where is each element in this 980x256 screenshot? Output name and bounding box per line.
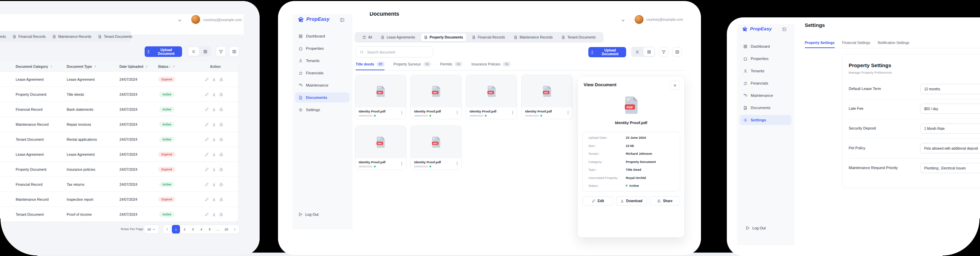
- sidebar-item-documents[interactable]: Documents: [740, 102, 791, 113]
- download-button[interactable]: [212, 77, 216, 82]
- sidebar-item-properties[interactable]: Properties: [295, 43, 350, 53]
- share-button[interactable]: [219, 152, 223, 157]
- sidebar-item-documents[interactable]: Documents: [295, 92, 350, 102]
- tab-lease-agreements[interactable]: Lease Agreements: [378, 34, 418, 41]
- share-button[interactable]: [219, 77, 223, 82]
- share-button[interactable]: [219, 122, 223, 126]
- edit-button[interactable]: [205, 182, 209, 186]
- upload-document-button[interactable]: Upload Document: [145, 46, 182, 57]
- page-button-5[interactable]: 5: [205, 225, 214, 234]
- share-button[interactable]: Share: [649, 196, 680, 206]
- sidebar-item-dashboard[interactable]: Dashboard: [740, 41, 791, 51]
- chevron-down-icon[interactable]: [177, 17, 182, 23]
- tab-maintenance-records[interactable]: Maintenance Records: [52, 35, 91, 38]
- download-button[interactable]: [212, 182, 216, 186]
- download-button[interactable]: [212, 138, 216, 141]
- subtab-permits[interactable]: Permits01: [440, 62, 463, 70]
- edit-button[interactable]: [205, 167, 209, 171]
- edit-button[interactable]: [205, 138, 209, 141]
- download-button[interactable]: Download: [616, 196, 646, 206]
- sidebar-item-maintenance[interactable]: Maintenance: [740, 90, 791, 101]
- sidebar-item-maintenance[interactable]: Maintenance: [295, 80, 350, 90]
- edit-button[interactable]: [205, 77, 209, 82]
- subtab-property-surveys[interactable]: Property Surveys01: [393, 62, 431, 70]
- file-card[interactable]: PDFIdentity Proof.pdf26/06/2024: [355, 125, 406, 170]
- rows-per-page-select[interactable]: 10: [144, 225, 159, 234]
- share-button[interactable]: [219, 92, 223, 96]
- tab-property-settings[interactable]: Property Settings: [805, 40, 835, 48]
- share-button[interactable]: [219, 212, 223, 216]
- sidebar-item-settings[interactable]: Settings: [740, 115, 791, 125]
- tab-financial-records[interactable]: Financial Records: [469, 34, 508, 41]
- edit-button[interactable]: [205, 197, 209, 202]
- upload-document-button[interactable]: Upload Document: [588, 47, 626, 57]
- page-button-4[interactable]: 4: [197, 225, 205, 234]
- search-input[interactable]: [366, 50, 429, 54]
- sidebar-item-financials[interactable]: Financials: [295, 68, 350, 78]
- list-view-button[interactable]: [188, 47, 199, 56]
- share-button[interactable]: [219, 167, 223, 171]
- tab-property-documents[interactable]: Property Documents: [421, 34, 466, 41]
- share-button[interactable]: [219, 182, 223, 186]
- kebab-menu-icon[interactable]: [399, 110, 404, 115]
- kebab-menu-icon[interactable]: [566, 110, 570, 115]
- kebab-menu-icon[interactable]: [511, 110, 515, 115]
- filter-button[interactable]: [216, 46, 226, 57]
- download-button[interactable]: [212, 107, 216, 112]
- kebab-menu-icon[interactable]: [399, 161, 404, 166]
- column-header-3[interactable]: Date Uploaded: [119, 61, 148, 72]
- page-button-1[interactable]: 1: [172, 225, 180, 234]
- field-input[interactable]: 1 Month Rate: [920, 123, 980, 134]
- sidebar-collapse-icon[interactable]: [782, 27, 787, 32]
- logout-button[interactable]: Log Out: [746, 226, 765, 230]
- edit-button[interactable]: Edit: [582, 196, 613, 206]
- page-button-3[interactable]: 3: [189, 225, 197, 234]
- sidebar-item-financials[interactable]: Financials: [740, 78, 791, 88]
- avatar[interactable]: [191, 15, 200, 24]
- page-button-2[interactable]: 2: [180, 225, 189, 234]
- subtab-insurance-policies[interactable]: Insurance Policies01: [471, 62, 511, 70]
- column-header-1[interactable]: Document Category: [16, 61, 53, 72]
- download-button[interactable]: [212, 122, 216, 126]
- list-view-button[interactable]: [632, 47, 643, 56]
- file-card[interactable]: PDFIdentity Proof.pdf26/06/2024: [410, 125, 462, 170]
- grid-view-button[interactable]: [200, 47, 211, 56]
- sidebar-item-tenants[interactable]: Tenants: [295, 56, 350, 66]
- download-button[interactable]: [212, 197, 216, 202]
- download-button[interactable]: [212, 212, 216, 216]
- column-header-2[interactable]: Document Type: [67, 61, 97, 72]
- tab-notification-settings[interactable]: Notification Settings: [878, 40, 909, 48]
- sidebar-collapse-icon[interactable]: [340, 18, 345, 22]
- next-page-button[interactable]: [231, 225, 239, 234]
- kebab-menu-icon[interactable]: [455, 110, 460, 115]
- field-input[interactable]: $50 / day: [920, 104, 980, 114]
- column-header-4[interactable]: Status :: [151, 61, 182, 72]
- close-icon[interactable]: [670, 81, 679, 90]
- columns-button[interactable]: [229, 46, 239, 57]
- file-card[interactable]: PDFIdentity Proof.pdf26/06/2024: [410, 75, 462, 119]
- sidebar-item-properties[interactable]: Properties: [740, 53, 791, 64]
- share-button[interactable]: [219, 197, 223, 202]
- tab-tenant-documents[interactable]: Tenant Documents: [98, 35, 132, 38]
- file-card[interactable]: PDFIdentity Proof.pdf26/06/2024: [521, 75, 573, 119]
- previous-page-button[interactable]: [163, 225, 172, 234]
- file-card[interactable]: PDFIdentity Proof.pdf26/06/2024: [466, 75, 517, 119]
- edit-button[interactable]: [205, 107, 209, 112]
- share-button[interactable]: [219, 107, 223, 112]
- kebab-menu-icon[interactable]: [455, 161, 460, 166]
- columns-button[interactable]: [672, 47, 682, 57]
- page-button-20[interactable]: 20: [222, 225, 231, 234]
- edit-button[interactable]: [205, 212, 209, 216]
- tab-maintenance-records[interactable]: Maintenance Records: [511, 34, 556, 41]
- logout-button[interactable]: Log Out: [298, 212, 318, 216]
- filter-button[interactable]: [659, 47, 668, 57]
- edit-button[interactable]: [205, 122, 209, 126]
- edit-button[interactable]: [205, 92, 209, 96]
- avatar[interactable]: [635, 15, 643, 24]
- download-button[interactable]: [212, 152, 216, 157]
- tab-financial-records[interactable]: Financial Records: [13, 35, 46, 38]
- download-button[interactable]: [212, 92, 216, 96]
- tab-all[interactable]: All: [360, 34, 375, 41]
- sidebar-item-dashboard[interactable]: Dashboard: [295, 31, 350, 41]
- sidebar-item-tenants[interactable]: Tenants: [740, 66, 791, 76]
